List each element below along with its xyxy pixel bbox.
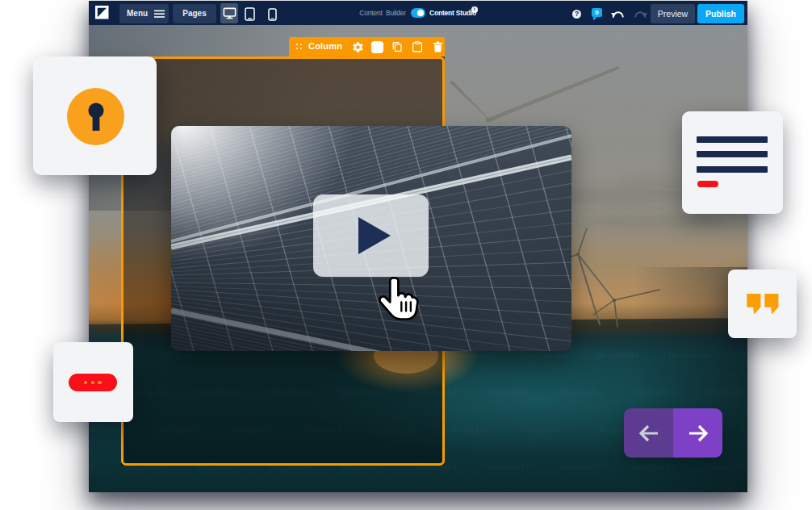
svg-text:Unsplash+: Unsplash+ (341, 165, 384, 174)
svg-text:Unsplash+: Unsplash+ (196, 239, 239, 249)
svg-text:Unsplash+: Unsplash+ (632, 165, 675, 174)
svg-text:Unsplash+: Unsplash+ (523, 53, 566, 63)
svg-text:Unsplash+: Unsplash+ (523, 276, 566, 286)
svg-text:Unsplash+: Unsplash+ (450, 53, 493, 63)
svg-text:Unsplash+: Unsplash+ (487, 90, 529, 100)
svg-text:Unsplash+: Unsplash+ (523, 128, 566, 137)
svg-text:Unsplash+: Unsplash+ (196, 313, 239, 323)
svg-text:Unsplash+: Unsplash+ (596, 53, 638, 63)
svg-text:Unsplash+: Unsplash+ (232, 350, 275, 351)
svg-text:Unsplash+: Unsplash+ (305, 276, 348, 286)
svg-text:Unsplash+: Unsplash+ (559, 90, 602, 100)
svg-text:Unsplash+: Unsplash+ (559, 462, 602, 471)
svg-text:Unsplash+: Unsplash+ (232, 202, 275, 211)
svg-text:Unsplash+: Unsplash+ (559, 313, 571, 323)
svg-text:Unsplash+: Unsplash+ (523, 424, 566, 434)
svg-text:Unsplash+: Unsplash+ (305, 128, 348, 137)
svg-text:Unsplash+: Unsplash+ (559, 239, 571, 249)
svg-text:Unsplash+: Unsplash+ (232, 276, 275, 286)
svg-text:Unsplash+: Unsplash+ (487, 387, 529, 397)
svg-text:Unsplash+: Unsplash+ (487, 313, 529, 323)
svg-text:Unsplash+: Unsplash+ (450, 350, 493, 360)
svg-text:Unsplash+: Unsplash+ (232, 128, 275, 137)
svg-text:Unsplash+: Unsplash+ (450, 424, 493, 434)
svg-text:Unsplash+: Unsplash+ (269, 239, 312, 249)
svg-text:Unsplash+: Unsplash+ (171, 276, 203, 286)
svg-text:Unsplash+: Unsplash+ (171, 202, 203, 211)
svg-text:Unsplash+: Unsplash+ (741, 53, 747, 63)
svg-text:Unsplash+: Unsplash+ (89, 313, 94, 323)
svg-text:Unsplash+: Unsplash+ (378, 128, 421, 137)
svg-text:Unsplash+: Unsplash+ (596, 276, 638, 286)
svg-text:Unsplash+: Unsplash+ (596, 202, 638, 211)
svg-text:Unsplash+: Unsplash+ (414, 165, 457, 174)
svg-text:Unsplash+: Unsplash+ (487, 165, 529, 174)
svg-text:Unsplash+: Unsplash+ (269, 165, 312, 174)
svg-text:Unsplash+: Unsplash+ (378, 350, 421, 351)
svg-text:Unsplash+: Unsplash+ (305, 350, 348, 351)
svg-text:Unsplash+: Unsplash+ (89, 239, 94, 249)
svg-text:Unsplash+: Unsplash+ (596, 350, 638, 360)
svg-text:Unsplash+: Unsplash+ (450, 128, 493, 137)
svg-text:Unsplash+: Unsplash+ (596, 128, 638, 137)
svg-text:Unsplash+: Unsplash+ (668, 53, 711, 63)
svg-text:Unsplash+: Unsplash+ (269, 313, 312, 323)
svg-text:Unsplash+: Unsplash+ (632, 239, 675, 249)
svg-text:Unsplash+: Unsplash+ (705, 90, 747, 100)
svg-text:Unsplash+: Unsplash+ (523, 202, 566, 211)
svg-text:Unsplash+: Unsplash+ (632, 90, 675, 100)
svg-text:Unsplash+: Unsplash+ (487, 462, 529, 471)
svg-text:Unsplash+: Unsplash+ (171, 128, 203, 137)
svg-text:Unsplash+: Unsplash+ (89, 462, 94, 471)
svg-text:Unsplash+: Unsplash+ (559, 387, 602, 397)
svg-text:Unsplash+: Unsplash+ (523, 350, 566, 360)
svg-text:Unsplash+: Unsplash+ (705, 239, 747, 249)
svg-text:Unsplash+: Unsplash+ (450, 276, 493, 286)
svg-text:Unsplash+: Unsplash+ (450, 202, 493, 211)
svg-text:Unsplash+: Unsplash+ (196, 165, 239, 174)
svg-text:Unsplash+: Unsplash+ (487, 239, 529, 249)
svg-text:Unsplash+: Unsplash+ (450, 350, 493, 351)
svg-text:Unsplash+: Unsplash+ (523, 350, 566, 351)
svg-text:Unsplash+: Unsplash+ (559, 165, 571, 174)
